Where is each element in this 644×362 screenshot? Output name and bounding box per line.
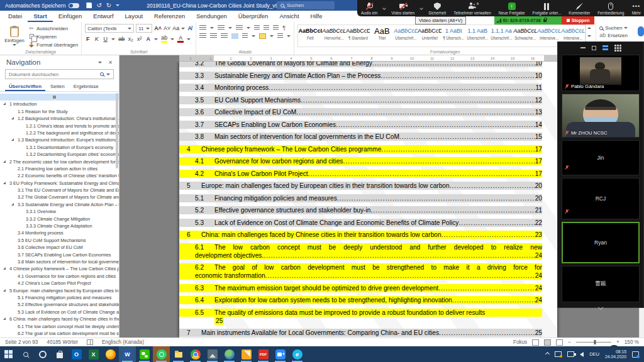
toc-entry[interactable]: 4 Chinese policy framework – The Low Car… [179, 145, 542, 153]
gallery-view-icon[interactable] [614, 45, 621, 52]
style-item[interactable]: AaBbCcL Hervorhe... [322, 25, 346, 47]
nav-tab[interactable]: Ergebnisse [70, 82, 103, 91]
keyboard-language[interactable]: DEU [589, 351, 599, 357]
document-page[interactable]: 3.2 The Global Covenant of Mayors for Cl… [179, 62, 557, 337]
nav-heading[interactable]: 3.3.3 Climate Change Adaptation [0, 222, 119, 229]
participant-tile[interactable]: Pablo Gándara [562, 55, 640, 91]
format-painter-button[interactable]: Format übertragen [28, 41, 78, 48]
minimize-icon[interactable] [580, 47, 586, 48]
nav-heading[interactable]: 3 EU Policy Framework: Sustainable Energ… [0, 180, 119, 187]
strikethrough-button[interactable]: ab [118, 36, 125, 42]
paste-dropdown-icon[interactable] [13, 44, 16, 46]
align-left-icon[interactable] [199, 33, 206, 39]
toc-entry[interactable]: 3.8 Main sectors of intervention for loc… [179, 133, 542, 141]
grow-font-button[interactable]: A˄ [154, 25, 162, 31]
nav-heading[interactable]: 6.1 The low carbon concept must be deepl… [0, 323, 119, 330]
nav-heading[interactable]: 5 Europe: main challenges faced by Europ… [0, 287, 119, 294]
nav-heading[interactable]: 3.8 Main sectors of intervention for loc… [0, 258, 119, 265]
numbering-icon[interactable] [218, 25, 225, 31]
font-color-button[interactable]: A [177, 35, 184, 43]
pilcrow-icon[interactable]: ¶ [282, 25, 286, 31]
nav-heading[interactable]: 3.2 The Global Covenant of Mayors for Cl… [0, 194, 119, 200]
toc-entry[interactable]: 3.3 Sustainable Energy and Climate Actio… [179, 72, 542, 80]
nav-heading[interactable]: 3.5 EU CoM Support Mechanisms [0, 237, 119, 244]
ribbon-tab[interactable]: Hilfe [305, 11, 328, 22]
word-count[interactable]: 40185 Wörter [47, 339, 78, 345]
nav-heading[interactable]: 5.1 Financing mitigation policies and me… [0, 294, 119, 301]
style-item[interactable]: 1 AaBt ¶ Übersch... [441, 25, 465, 47]
align-center-icon[interactable] [210, 33, 217, 39]
annotate-button[interactable]: Kommentier [565, 0, 594, 16]
font-name-select[interactable]: Calibri (Textk [85, 24, 134, 33]
undo-icon[interactable]: ↺ [96, 3, 101, 9]
nav-options-icon[interactable] [98, 62, 102, 63]
nav-heading[interactable]: 4.1 Governance for low carbon regions an… [0, 273, 119, 280]
decrease-indent-icon[interactable] [254, 25, 260, 31]
page-indicator[interactable]: Seite 2 von 93 [5, 339, 38, 345]
language-indicator[interactable]: Englisch (Kanada) [102, 339, 144, 345]
paste-button[interactable]: Einfügen [3, 24, 26, 48]
audio-options-chevron-icon[interactable] [381, 0, 387, 16]
foxit-app[interactable] [238, 346, 255, 362]
more-button[interactable]: ••• Mehr [628, 0, 644, 16]
more-participants-chevron-icon[interactable] [558, 304, 643, 312]
dictate-icon[interactable] [638, 26, 644, 36]
new-share-button[interactable]: ↑ Neue Freigabe [495, 0, 529, 16]
clock[interactable]: 08:15 24.04.2020 [605, 349, 626, 359]
remote-control-button[interactable]: Fernbedienung [594, 0, 628, 16]
nav-heading[interactable] [0, 94, 119, 101]
nav-heading[interactable]: 5.2 Effective governance structures and … [0, 301, 119, 308]
nav-heading[interactable]: 1.3.2 Decarbonising European cities' eco… [0, 151, 119, 158]
unmute-audio-button[interactable]: Audio ein [357, 0, 381, 16]
nav-heading[interactable]: 6.2 The goal of low carbon development m… [0, 330, 119, 337]
toc-entry[interactable]: 6.3 The maximum emission target should b… [179, 284, 542, 292]
ie-app[interactable]: e [289, 346, 306, 362]
toc-entry[interactable]: 5 Europe: main challenges faced by Europ… [179, 182, 542, 190]
participant-tile[interactable]: Jin [562, 140, 640, 175]
nav-heading[interactable]: 6 China: main challenges faced by Chines… [0, 315, 119, 322]
participant-tile[interactable]: Mr ZHOU NCSC [562, 94, 640, 138]
shrink-font-button[interactable]: A˅ [164, 25, 170, 31]
nav-search-input[interactable] [9, 72, 97, 77]
ribbon-tab[interactable]: Layout [119, 11, 149, 22]
hidden-icons-chevron-icon[interactable] [545, 352, 550, 356]
toc-entry[interactable]: economic transformation 24 [179, 272, 542, 280]
toc-entry[interactable]: 3.6 Collective Impact of EU CoM 13 [179, 108, 542, 116]
style-item[interactable]: 1.1 AaB Überschrif... [465, 25, 489, 47]
toc-entry[interactable]: 3.2 The Global Covenant of Mayors for Cl… [179, 62, 542, 67]
multilevel-list-icon[interactable] [236, 25, 243, 31]
photos-app[interactable] [204, 346, 221, 362]
toc-entry[interactable]: 4.1 Governance for low carbon regions an… [179, 157, 542, 165]
nav-heading[interactable]: 1.3.1 Decarbonisation of Europe's econom… [0, 144, 119, 151]
toc-entry[interactable]: 5.2 Effective governance structures and … [179, 206, 542, 214]
nav-heading[interactable]: 4 Chinese policy framework – The Low Car… [0, 265, 119, 272]
font-size-select[interactable]: 11 [136, 24, 152, 33]
start-button[interactable] [0, 346, 17, 362]
toc-entry[interactable]: 6.1 The low carbon concept must be deepl… [179, 243, 542, 251]
toc-entry[interactable]: 3.4 Monitoring process 11 [179, 84, 542, 92]
web-layout-icon[interactable] [556, 339, 563, 346]
redo-icon[interactable]: ↻ [106, 3, 111, 9]
toc-entry[interactable]: 6.5 The quality of emissions data must b… [179, 309, 542, 317]
ribbon-tab[interactable]: Ansicht [274, 11, 304, 22]
ribbon-tab[interactable]: Sendungen [191, 11, 233, 22]
nav-heading[interactable]: 3.3 Sustainable Energy and Climate Actio… [0, 201, 119, 208]
subscript-button[interactable]: x₂ [128, 36, 133, 42]
nav-heading[interactable]: 2 The economic case for low carbon devel… [0, 158, 119, 165]
ribbon-tab[interactable]: Überprüfen [233, 11, 274, 22]
style-item[interactable]: AaBbCcD Untertitel [418, 25, 441, 47]
speaker-icon[interactable] [580, 352, 584, 357]
clear-formatting-button[interactable]: A̸ [187, 25, 192, 31]
toc-entry[interactable]: 7 Main instruments Available for Local G… [179, 329, 542, 337]
autosave-toggle[interactable] [69, 3, 79, 8]
stop-share-button[interactable]: Stoppen [562, 16, 594, 25]
toc-entry[interactable]: development objectives. 24 [179, 251, 542, 260]
focus-mode-button[interactable]: Fokus [513, 339, 527, 345]
copy-button[interactable]: Kopieren [28, 33, 78, 40]
ribbon-tab[interactable]: Entwurf [87, 11, 119, 22]
pause-share-button[interactable]: Freigabe unter... [528, 0, 565, 16]
close-icon[interactable]: ✕ [108, 60, 113, 65]
nav-heading[interactable]: 3.3.1 Overview [0, 208, 119, 215]
justify-icon[interactable] [231, 33, 238, 39]
zoom-in-button[interactable]: + [616, 339, 619, 345]
